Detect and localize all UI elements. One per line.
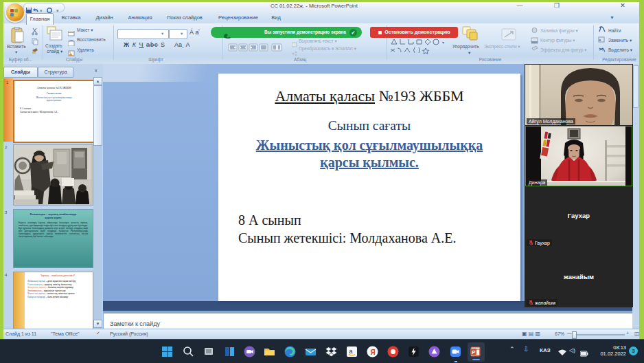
svg-text:a: a xyxy=(349,348,353,355)
svg-text:▾: ▾ xyxy=(40,8,43,13)
svg-text:▾: ▾ xyxy=(442,41,444,45)
svg-text:Я: Я xyxy=(371,349,376,356)
svg-text:▾: ▾ xyxy=(56,8,59,13)
svg-text:P: P xyxy=(472,349,476,355)
